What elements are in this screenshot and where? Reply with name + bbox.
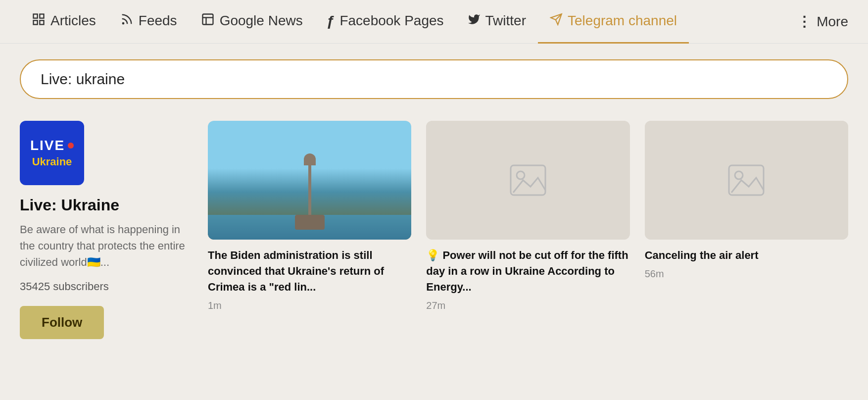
monument-base — [295, 215, 325, 230]
more-label: More — [817, 14, 848, 30]
monument-top — [304, 153, 316, 165]
article-title-power: 💡 Power will not be cut off for the fift… — [426, 248, 629, 295]
google-news-label: Google News — [220, 13, 303, 29]
more-dots-icon: ⋮ — [797, 13, 812, 30]
twitter-icon — [468, 13, 481, 29]
svg-rect-2 — [34, 20, 38, 24]
facebook-icon: ƒ — [327, 12, 335, 29]
channel-card: LIVE Ukraine Live: Ukraine Be aware of w… — [20, 121, 208, 339]
telegram-icon — [550, 13, 563, 29]
channel-name: Live: Ukraine — [20, 196, 188, 214]
channel-logo: LIVE Ukraine — [20, 121, 84, 185]
article-time-air-alert: 56m — [645, 268, 848, 280]
placeholder-power — [426, 121, 629, 240]
svg-rect-0 — [34, 14, 38, 18]
svg-rect-4 — [202, 14, 213, 24]
placeholder-air-alert — [645, 121, 848, 240]
article-title-air-alert: Canceling the air alert — [645, 248, 848, 263]
follow-button[interactable]: Follow — [20, 306, 104, 339]
live-dot — [68, 143, 74, 149]
feeds-label: Feeds — [139, 13, 177, 29]
channel-subscribers: 35425 subscribers — [20, 280, 188, 293]
nav-articles[interactable]: Articles — [20, 0, 108, 44]
svg-point-12 — [735, 171, 743, 179]
top-navigation: Articles Feeds Google News ƒ Facebook Pa… — [0, 0, 868, 44]
more-menu[interactable]: ⋮ More — [787, 13, 848, 30]
nav-google-news[interactable]: Google News — [189, 0, 315, 44]
nav-telegram[interactable]: Telegram channel — [538, 0, 689, 44]
article-image-power — [426, 121, 629, 240]
article-time-crimea: 1m — [208, 300, 411, 311]
nav-feeds[interactable]: Feeds — [108, 0, 189, 44]
image-placeholder-icon-2 — [726, 163, 766, 198]
twitter-label: Twitter — [485, 13, 526, 29]
nav-facebook[interactable]: ƒ Facebook Pages — [315, 0, 456, 44]
svg-rect-3 — [40, 20, 44, 24]
logo-live-text: LIVE — [30, 138, 74, 153]
article-card-power[interactable]: 💡 Power will not be cut off for the fift… — [426, 121, 629, 339]
article-card-air-alert[interactable]: Canceling the air alert 56m — [645, 121, 848, 339]
results-area: LIVE Ukraine Live: Ukraine Be aware of w… — [0, 111, 868, 359]
svg-rect-1 — [40, 14, 44, 18]
google-news-icon — [201, 12, 215, 30]
article-image-crimea — [208, 121, 411, 240]
article-time-power: 27m — [426, 300, 629, 311]
nav-twitter[interactable]: Twitter — [456, 0, 538, 44]
article-image-air-alert — [645, 121, 848, 240]
article-title-crimea: The Biden administration is still convin… — [208, 248, 411, 295]
svg-point-10 — [517, 171, 525, 179]
monument-pole — [308, 165, 311, 215]
articles-list: The Biden administration is still convin… — [208, 121, 848, 339]
logo-ukraine-text: Ukraine — [32, 155, 72, 168]
articles-icon — [32, 12, 46, 30]
monument — [295, 153, 325, 230]
image-placeholder-icon — [508, 163, 548, 198]
facebook-label: Facebook Pages — [339, 13, 443, 29]
telegram-label: Telegram channel — [568, 13, 677, 29]
search-section — [0, 44, 868, 111]
articles-label: Articles — [50, 13, 96, 29]
feeds-icon — [120, 12, 134, 30]
crimea-photo — [208, 121, 411, 240]
article-card-crimea[interactable]: The Biden administration is still convin… — [208, 121, 411, 339]
search-input[interactable] — [20, 59, 848, 99]
channel-description: Be aware of what is happening in the cou… — [20, 221, 188, 270]
